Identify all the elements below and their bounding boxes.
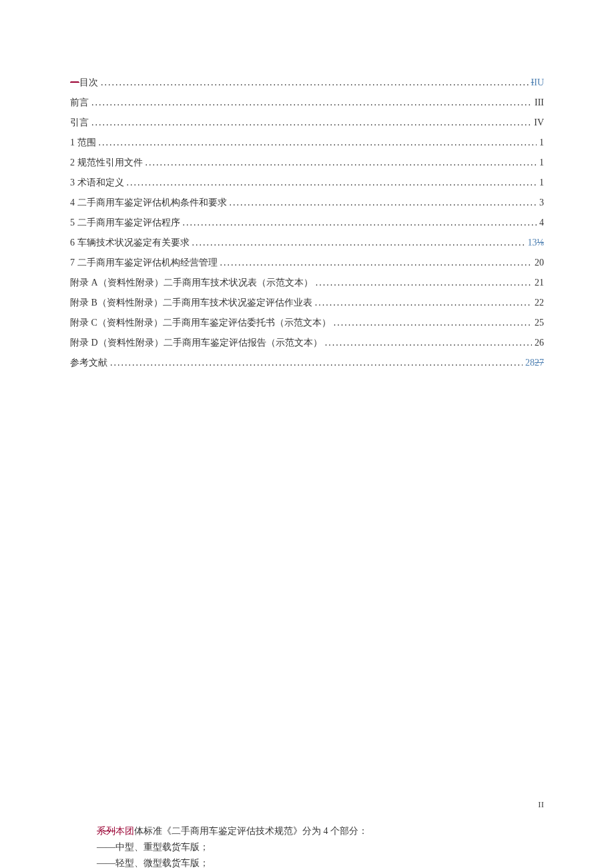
toc-label: 附录 B（资料性附录）二手商用车技术状况鉴定评估作业表 [70,294,312,312]
inserted-text: 本团 [115,826,134,836]
toc-leader-dots [315,294,532,312]
toc-row: 7 二手商用车鉴定评估机构经营管理 20 [70,254,544,272]
toc-page: 1 [539,153,544,172]
toc-leader-dots [220,254,533,272]
toc-page: 21 [535,274,544,292]
toc-row: 一目次 IIU [70,73,544,92]
toc-row: 附录 B（资料性附录）二手商用车技术状况鉴定评估作业表 22 [70,294,544,312]
toc-label: 4 二手商用车鉴定评估机构条件和要求 [70,193,227,212]
toc-label: 1 范围 [70,133,96,152]
toc-label: 一目次 [70,73,98,92]
toc-leader-dots [99,133,537,152]
toc-row: 参考文献 2827 [70,354,544,372]
toc-row: 3 术语和定义 1 [70,173,544,192]
toc-page: 13⅛ [528,234,545,252]
toc-row: 2 规范性引用文件 1 [70,153,544,172]
label-text: 目次 [79,77,98,87]
toc-page: 4 [539,213,544,232]
table-of-contents: 一目次 IIU 前言 III 引言 IV 1 范围 1 2 规范性引用文件 [70,73,544,372]
page-strike: ⅛ [537,238,545,248]
body-line: ——轻型、微型载货车版； [97,855,544,868]
toc-row: 附录 A（资料性附录）二手商用车技术状况表（示范文本） 21 [70,274,544,292]
toc-label: 3 术语和定义 [70,173,124,192]
toc-page: 2827 [525,354,544,372]
strike-text: 一 [70,77,79,87]
toc-leader-dots [127,173,537,192]
toc-row: 6 车辆技术状况鉴定有关要求 13⅛ [70,234,544,252]
toc-label: 引言 [70,113,89,132]
document-page: 一目次 IIU 前言 III 引言 IV 1 范围 1 2 规范性引用文件 [0,0,614,868]
toc-page: IIU [531,73,544,92]
page-number: II [70,799,544,810]
toc-label: 2 规范性引用文件 [70,153,143,172]
page-text: 13 [528,238,537,248]
body-line: 系列本团体标准《二手商用车鉴定评估技术规范》分为 4 个部分： [97,823,544,839]
toc-label: 前言 [70,93,89,112]
strike-text: 系列 [97,826,115,836]
toc-leader-dots [145,153,537,172]
toc-label: 参考文献 [70,354,107,372]
page-text: 28 [525,358,535,368]
toc-leader-dots [91,93,532,112]
toc-row: 1 范围 1 [70,133,544,152]
toc-page: 1 [539,173,544,192]
toc-label: 6 车辆技术状况鉴定有关要求 [70,234,190,252]
toc-leader-dots [325,334,532,352]
toc-leader-dots [183,213,537,232]
text: 体标准《二手商用车鉴定评估技术规范》分为 4 个部分： [134,826,368,836]
toc-page: 3 [539,193,544,212]
toc-label: 7 二手商用车鉴定评估机构经营管理 [70,254,218,272]
toc-label: 附录 A（资料性附录）二手商用车技术状况表（示范文本） [70,274,313,292]
toc-label: 附录 D（资料性附录）二手商用车鉴定评估报告（示范文本） [70,334,322,352]
page-strike: 27 [535,358,544,368]
toc-row: 前言 III [70,93,544,112]
toc-page: 20 [535,254,544,272]
toc-page: 22 [535,294,544,312]
toc-leader-dots [230,193,537,212]
body-text: 系列本团体标准《二手商用车鉴定评估技术规范》分为 4 个部分： ——中型、重型载… [70,823,544,868]
toc-page: 26 [535,334,544,352]
page-text: IU [534,77,544,87]
toc-leader-dots [316,274,532,292]
toc-page: 25 [535,314,544,332]
toc-page: 1 [539,133,544,152]
toc-row: 5 二手商用车鉴定评估程序 4 [70,213,544,232]
toc-row: 附录 D（资料性附录）二手商用车鉴定评估报告（示范文本） 26 [70,334,544,352]
toc-label: 附录 C（资料性附录）二手商用车鉴定评估委托书（示范文本） [70,314,331,332]
toc-leader-dots [101,73,529,92]
toc-row: 附录 C（资料性附录）二手商用车鉴定评估委托书（示范文本） 25 [70,314,544,332]
toc-page: III [535,93,544,112]
body-line: ——中型、重型载货车版； [97,839,544,855]
toc-leader-dots [334,314,532,332]
toc-leader-dots [91,113,531,132]
toc-page: IV [534,113,544,132]
toc-leader-dots [110,354,523,372]
toc-row: 4 二手商用车鉴定评估机构条件和要求 3 [70,193,544,212]
toc-label: 5 二手商用车鉴定评估程序 [70,213,180,232]
toc-row: 引言 IV [70,113,544,132]
toc-leader-dots [192,234,525,252]
